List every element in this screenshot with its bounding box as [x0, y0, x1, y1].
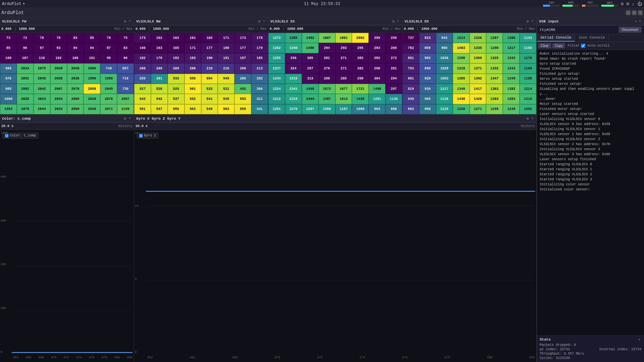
dx-panel-controls: ⊞ ×: [526, 19, 534, 24]
table-cell: 762: [402, 43, 419, 53]
table-cell: 1243: [503, 63, 520, 73]
table-cell: 1255: [268, 53, 285, 63]
list-item: Good news! No crash report found!: [540, 56, 641, 61]
table-cell: 859: [419, 43, 436, 53]
table-cell: 87: [100, 43, 117, 53]
table-cell: 290: [369, 63, 385, 73]
console-output[interactable]: Robot initialization starting... 4Good n…: [537, 50, 644, 336]
fw-scale-max: 1000.000: [19, 27, 35, 31]
json-console-tab[interactable]: Json Console: [575, 34, 608, 42]
table-row: 1255330305281271282282272: [268, 53, 402, 63]
table-cell: 1677: [335, 84, 352, 94]
list-item: Initializing VLS3L5CX sensor 3: [540, 147, 641, 152]
list-item: Laser sensors setup started: [540, 112, 641, 117]
copy-button[interactable]: Copy: [552, 43, 565, 48]
table-cell: 1340: [453, 84, 470, 94]
maximize-button[interactable]: □: [632, 10, 637, 15]
table-cell: 268: [385, 43, 402, 53]
table-row: 255361533555554545285282: [134, 74, 268, 84]
table-cell: 1008: [352, 104, 369, 114]
table-cell: 960: [0, 63, 17, 73]
dx-close-btn[interactable]: ×: [530, 19, 534, 23]
color-chart-pin[interactable]: ⊞: [123, 116, 127, 121]
table-row: 7372767983857975: [0, 33, 134, 43]
table-cell: 2067: [50, 84, 67, 94]
gyro-chart-pin[interactable]: ⊞: [526, 116, 530, 121]
table-cell: 75: [117, 33, 134, 43]
table-cell: 545: [218, 94, 234, 104]
net-bar: [582, 5, 585, 7]
table-cell: 93: [50, 43, 67, 53]
table-row: 19831976204420342069203620712189: [0, 104, 134, 114]
bw-panel-controls: ⊞ ×: [257, 19, 266, 24]
color-chart-close[interactable]: ×: [128, 116, 132, 121]
table-cell: 297: [385, 84, 402, 94]
sx-pin-btn[interactable]: ⊞: [391, 19, 395, 24]
bw-pin-btn[interactable]: ⊞: [257, 19, 261, 24]
stats-title: Stats: [540, 338, 551, 342]
settings-icon[interactable]: ⚙: [621, 1, 624, 7]
table-cell: 161: [184, 33, 201, 43]
table-cell: 311: [251, 94, 268, 104]
table-cell: 285: [335, 74, 352, 84]
gpu-monitor: gpu: [601, 1, 618, 7]
table-cell: 1214: [453, 33, 470, 43]
table-row: 127213851492166718812062299256: [268, 33, 402, 43]
sx-close-btn[interactable]: ×: [396, 19, 400, 23]
disconnect-button[interactable]: Disconnect: [619, 27, 641, 33]
table-cell: 2097: [117, 94, 134, 104]
table-cell: 1449: [302, 84, 319, 94]
table-cell: 1403: [453, 43, 470, 53]
table-cell: 2078: [67, 84, 84, 94]
table-cell: 209: [168, 63, 184, 73]
table-cell: 2036: [84, 94, 100, 104]
stats-internal-index: Internal index: 23734: [599, 348, 641, 351]
app-menu[interactable]: ArduPlot ▾: [2, 1, 25, 6]
table-row: 96020342075204920402009746697: [0, 63, 134, 73]
table-cell: 1335: [470, 43, 486, 53]
gpu-bar: [601, 5, 614, 7]
table-cell: 555: [184, 74, 201, 84]
minimize-button[interactable]: −: [626, 10, 631, 15]
table-cell: 555: [168, 104, 184, 114]
dx-data-grid: 7378239431214132012671205114376285998914…: [402, 33, 536, 114]
gyro-time: 20.0 s: [136, 124, 148, 128]
list-item: Found ICM42688P: [540, 66, 641, 71]
filter-checkbox[interactable]: [581, 44, 585, 48]
table-cell: 216: [218, 63, 234, 73]
list-item: Initialized color sensor!: [540, 187, 641, 192]
table-cell: 2052: [17, 74, 34, 84]
serial-console-tab[interactable]: Serial Console: [537, 34, 575, 42]
close-button[interactable]: ×: [638, 10, 643, 15]
table-cell: 1270: [285, 104, 302, 114]
fw-pin-btn[interactable]: ⊞: [123, 19, 127, 24]
table-cell: 297: [302, 63, 319, 73]
usb-expand-btn[interactable]: ▾: [634, 19, 638, 24]
table-cell: 1202: [520, 104, 536, 114]
table-cell: 171: [184, 43, 201, 53]
power-icon[interactable]: ⏻: [637, 1, 642, 7]
table-cell: 902: [419, 53, 436, 63]
stats-expand-btn[interactable]: ▾: [637, 337, 641, 342]
main-titlebar: ArduPlot − □ ×: [0, 8, 644, 17]
usb-device-row: ttyACM0 Disconnect: [537, 25, 644, 34]
table-cell: 1201: [268, 104, 285, 114]
table-cell: 206: [134, 63, 151, 73]
color-history-label: History: [118, 124, 132, 128]
fw-close-btn[interactable]: ×: [128, 19, 132, 23]
table-cell: 1215: [520, 94, 536, 104]
volume-icon[interactable]: ♪: [632, 1, 635, 7]
table-cell: 306: [251, 84, 268, 94]
network-icon[interactable]: ⊞: [626, 1, 629, 7]
table-cell: 1214: [520, 84, 536, 94]
table-cell: 293: [335, 43, 352, 53]
bw-close-btn[interactable]: ×: [262, 19, 266, 23]
clear-button[interactable]: Clear: [538, 43, 551, 48]
mem-bar-container: [562, 5, 579, 7]
fw-panel-controls: ⊞ ×: [123, 19, 132, 24]
usb-close-btn[interactable]: ×: [638, 19, 642, 23]
content: VLS3L5LX FW ⊞ × 0.000 | 1000.000 Min / M…: [0, 17, 644, 362]
gyro-chart-close[interactable]: ×: [530, 116, 534, 121]
list-item: Laser sensors setup finished: [540, 157, 641, 162]
dx-pin-btn[interactable]: ⊞: [526, 19, 530, 24]
